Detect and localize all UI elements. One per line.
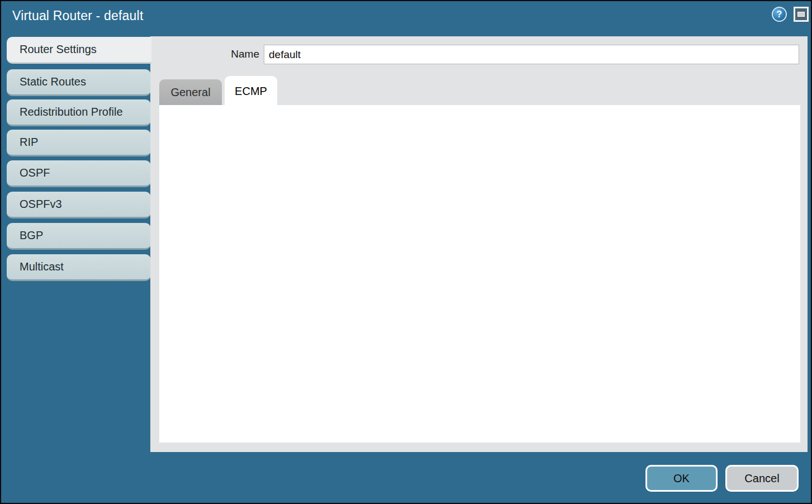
help-icon-glyph: ? (777, 9, 782, 20)
cancel-button[interactable]: Cancel (725, 465, 799, 492)
ok-button-label: OK (673, 472, 690, 485)
dialog-title: Virtual Router - default (12, 8, 144, 23)
sidebar-item-static-routes[interactable]: Static Routes (7, 69, 151, 96)
name-label: Name (186, 48, 259, 60)
restore-window-icon-inner (797, 12, 805, 17)
sidebar-item-label: Router Settings (20, 43, 97, 56)
sidebar-item-rip[interactable]: RIP (7, 130, 151, 156)
virtual-router-dialog: Virtual Router - default ? Router Settin… (0, 0, 812, 504)
sidebar-item-label: Multicast (20, 260, 64, 273)
tab-ecmp[interactable]: ECMP (225, 76, 277, 106)
sidebar-item-redistribution-profile[interactable]: Redistribution Profile (7, 99, 151, 126)
sidebar-item-label: BGP (20, 229, 43, 242)
sidebar-item-label: RIP (20, 136, 38, 149)
sidebar-item-bgp[interactable]: BGP (7, 223, 151, 250)
help-icon[interactable]: ? (772, 7, 787, 22)
sidebar-item-router-settings[interactable]: Router Settings (7, 37, 151, 64)
cancel-button-label: Cancel (744, 472, 779, 485)
ecmp-tab-panel (159, 105, 800, 443)
restore-window-icon[interactable] (794, 7, 809, 22)
name-input[interactable] (264, 45, 799, 64)
tab-label: ECMP (235, 85, 267, 98)
sidebar-item-multicast[interactable]: Multicast (7, 254, 151, 281)
sidebar-item-label: OSPFv3 (20, 198, 62, 211)
tab-label: General (170, 86, 210, 99)
ok-button[interactable]: OK (645, 465, 718, 492)
sidebar-item-ospf[interactable]: OSPF (7, 160, 151, 187)
sidebar-item-label: Static Routes (20, 75, 86, 88)
sidebar-item-label: OSPF (20, 167, 50, 179)
sidebar-item-label: Redistribution Profile (20, 106, 123, 118)
tab-general[interactable]: General (159, 79, 222, 105)
sidebar-item-ospfv3[interactable]: OSPFv3 (7, 192, 151, 218)
